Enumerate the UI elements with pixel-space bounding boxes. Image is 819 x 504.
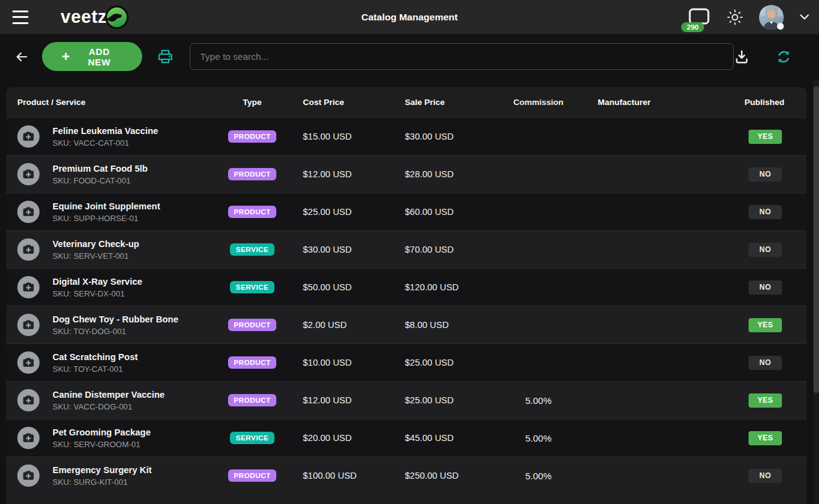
table-row[interactable]: Cat Scratching Post SKU: TOY-CAT-001 PRO… bbox=[6, 343, 807, 381]
published-badge[interactable]: NO bbox=[749, 205, 782, 219]
scrollbar-thumb[interactable] bbox=[813, 86, 819, 393]
type-badge: SERVICE bbox=[230, 243, 274, 256]
type-badge: PRODUCT bbox=[228, 356, 276, 369]
type-badge: PRODUCT bbox=[228, 206, 276, 218]
cost-price: $2.00 USD bbox=[282, 320, 384, 330]
table-row[interactable]: Digital X-Ray Service SKU: SERV-DX-001 S… bbox=[6, 268, 807, 306]
commission-value: 5.00% bbox=[495, 433, 582, 443]
cost-price: $25.00 USD bbox=[282, 207, 384, 217]
published-badge[interactable]: NO bbox=[749, 356, 782, 370]
plus-icon: + bbox=[62, 50, 70, 64]
brand-wordmark: veetz bbox=[61, 7, 107, 27]
catalog-table: Product / Service Type Cost Price Sale P… bbox=[6, 87, 807, 504]
add-photo-icon bbox=[17, 464, 40, 487]
catalog-management-page: veetz Catalog Management 290 bbox=[0, 0, 819, 504]
published-badge[interactable]: NO bbox=[749, 469, 782, 483]
cost-price: $20.00 USD bbox=[282, 433, 384, 443]
column-header-sale-price: Sale Price bbox=[384, 98, 495, 107]
toolbar-right-actions bbox=[734, 49, 805, 65]
table-row[interactable]: Premium Cat Food 5lb SKU: FOOD-CAT-001 P… bbox=[6, 155, 807, 193]
page-title: Catalog Management bbox=[362, 12, 458, 23]
brightness-toggle[interactable] bbox=[727, 9, 743, 25]
table-row[interactable]: Dog Chew Toy - Rubber Bone SKU: TOY-DOG-… bbox=[6, 306, 807, 343]
product-name: Emergency Surgery Kit bbox=[53, 464, 151, 476]
published-badge[interactable]: NO bbox=[749, 280, 782, 295]
published-badge[interactable]: YES bbox=[749, 393, 782, 408]
type-badge: PRODUCT bbox=[228, 130, 276, 143]
add-new-button[interactable]: + ADD NEW bbox=[42, 42, 142, 71]
sale-price: $8.00 USD bbox=[384, 320, 495, 330]
download-icon bbox=[734, 49, 750, 65]
product-info: Feline Leukemia Vaccine SKU: VACC-CAT-00… bbox=[53, 125, 158, 147]
user-menu-toggle[interactable] bbox=[800, 14, 809, 20]
back-arrow-icon bbox=[14, 49, 30, 65]
product-sku: SKU: SERV-GROOM-01 bbox=[53, 440, 151, 449]
hamburger-menu-icon[interactable] bbox=[12, 10, 31, 24]
published-badge[interactable]: YES bbox=[749, 130, 782, 144]
product-name: Premium Cat Food 5lb bbox=[53, 163, 148, 174]
sale-price: $28.00 USD bbox=[384, 169, 495, 179]
sale-price: $70.00 USD bbox=[384, 245, 495, 254]
product-sku: SKU: SERV-DX-001 bbox=[53, 289, 142, 298]
type-badge: PRODUCT bbox=[228, 168, 276, 180]
refresh-icon bbox=[776, 49, 792, 65]
product-info: Dog Chew Toy - Rubber Bone SKU: TOY-DOG-… bbox=[53, 314, 179, 335]
add-photo-icon bbox=[17, 351, 40, 374]
product-sku: SKU: SERV-VET-001 bbox=[53, 251, 139, 261]
add-photo-icon bbox=[17, 314, 40, 336]
chevron-down-icon bbox=[800, 14, 809, 20]
topbar-actions: 290 bbox=[686, 5, 809, 30]
brightness-icon bbox=[727, 9, 743, 25]
table-row[interactable]: Feline Leukemia Vaccine SKU: VACC-CAT-00… bbox=[6, 117, 807, 155]
product-info: Cat Scratching Post SKU: TOY-CAT-001 bbox=[53, 351, 138, 373]
product-name: Equine Joint Supplement bbox=[53, 201, 160, 212]
published-badge[interactable]: NO bbox=[749, 167, 782, 182]
product-info: Veterinary Check-up SKU: SERV-VET-001 bbox=[53, 238, 139, 260]
cost-price: $50.00 USD bbox=[282, 282, 384, 292]
published-badge[interactable]: YES bbox=[749, 431, 782, 445]
column-header-cost-price: Cost Price bbox=[282, 98, 384, 107]
product-name: Canine Distemper Vaccine bbox=[53, 389, 164, 400]
export-button[interactable] bbox=[734, 49, 750, 65]
product-sku: SKU: TOY-DOG-001 bbox=[53, 327, 179, 336]
commission-value: 5.00% bbox=[495, 471, 582, 481]
type-badge: SERVICE bbox=[230, 281, 274, 293]
table-row[interactable]: Veterinary Check-up SKU: SERV-VET-001 SE… bbox=[6, 230, 807, 268]
product-name: Feline Leukemia Vaccine bbox=[53, 125, 158, 136]
product-sku: SKU: VACC-CAT-001 bbox=[53, 138, 158, 148]
print-button[interactable] bbox=[157, 48, 174, 65]
column-header-published: Published bbox=[693, 98, 807, 107]
printer-icon bbox=[157, 48, 174, 65]
published-badge[interactable]: YES bbox=[749, 318, 782, 332]
product-name: Veterinary Check-up bbox=[53, 238, 139, 250]
table-row[interactable]: Pet Grooming Package SKU: SERV-GROOM-01 … bbox=[6, 419, 807, 456]
search-input[interactable] bbox=[190, 43, 734, 70]
count-badge: 290 bbox=[681, 22, 704, 32]
product-sku: SKU: SUPP-HORSE-01 bbox=[53, 214, 160, 223]
product-sku: SKU: FOOD-CAT-001 bbox=[53, 176, 148, 185]
product-info: Canine Distemper Vaccine SKU: VACC-DOG-0… bbox=[53, 389, 164, 411]
refresh-button[interactable] bbox=[776, 49, 792, 65]
user-avatar[interactable] bbox=[759, 5, 784, 30]
sale-price: $45.00 USD bbox=[384, 433, 495, 443]
brand-logo[interactable]: veetz bbox=[61, 5, 129, 30]
product-name: Cat Scratching Post bbox=[53, 351, 138, 363]
table-row[interactable]: Emergency Surgery Kit SKU: SURG-KIT-001 … bbox=[6, 456, 807, 494]
sale-price: $120.00 USD bbox=[384, 282, 495, 292]
column-header-commission: Commission bbox=[495, 98, 582, 107]
product-sku: SKU: VACC-DOG-001 bbox=[53, 402, 164, 411]
column-header-product-service: Product / Service bbox=[6, 98, 223, 107]
table-row[interactable]: Equine Joint Supplement SKU: SUPP-HORSE-… bbox=[6, 193, 807, 230]
veetz-logo-icon bbox=[104, 5, 129, 30]
back-button[interactable] bbox=[14, 49, 30, 65]
table-row[interactable]: Canine Distemper Vaccine SKU: VACC-DOG-0… bbox=[6, 381, 807, 419]
window-count-button[interactable]: 290 bbox=[686, 5, 711, 30]
sale-price: $25.00 USD bbox=[384, 395, 495, 405]
type-badge: PRODUCT bbox=[228, 319, 276, 331]
cost-price: $10.00 USD bbox=[282, 358, 384, 368]
published-badge[interactable]: NO bbox=[749, 243, 782, 257]
cost-price: $12.00 USD bbox=[282, 169, 384, 179]
column-header-type: Type bbox=[223, 98, 282, 107]
cost-price: $12.00 USD bbox=[282, 395, 384, 405]
product-info: Pet Grooming Package SKU: SERV-GROOM-01 bbox=[53, 427, 151, 448]
